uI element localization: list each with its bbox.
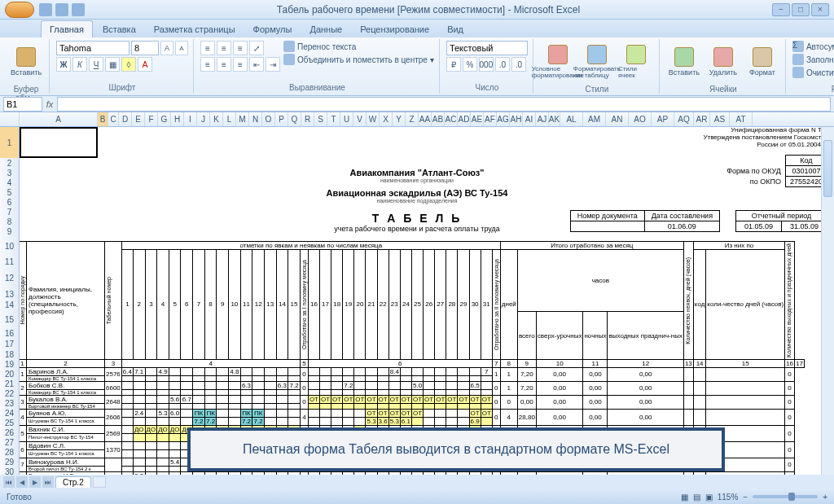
row-header-29[interactable]: 29 <box>0 457 20 467</box>
col-header-AI[interactable]: AI <box>523 112 536 126</box>
col-header-AR[interactable]: AR <box>694 112 710 126</box>
row-header-9[interactable]: 9 <box>0 226 20 236</box>
orientation-icon[interactable]: ⤢ <box>249 41 264 55</box>
italic-button[interactable]: К <box>72 57 87 72</box>
col-header-AG[interactable]: AG <box>497 112 510 126</box>
col-header-G[interactable]: G <box>158 112 171 126</box>
zoom-percent[interactable]: 115% <box>718 493 739 502</box>
decrease-decimal-icon[interactable]: .0 <box>511 57 526 72</box>
row-header-23[interactable]: 23 <box>0 398 20 408</box>
zoom-out-icon[interactable]: − <box>743 493 748 502</box>
col-header-H[interactable]: H <box>171 112 184 126</box>
col-header-K[interactable]: K <box>210 112 223 126</box>
qat-undo-icon[interactable] <box>55 3 68 16</box>
row-header-20[interactable]: 20 <box>0 369 20 379</box>
row-header-19[interactable]: 19 <box>0 359 20 369</box>
formula-bar[interactable] <box>57 97 831 112</box>
row-header-8[interactable]: 8 <box>0 217 20 226</box>
col-header-S[interactable]: S <box>314 112 327 126</box>
row-header-6[interactable]: 6 <box>0 197 20 207</box>
col-header-T[interactable]: T <box>327 112 340 126</box>
grid-body[interactable]: Унифицированная форма N Т-1 Утверждена п… <box>0 127 834 475</box>
border-button[interactable]: ▦ <box>105 57 120 72</box>
row-header-1[interactable]: 1 <box>0 127 20 158</box>
col-header-W[interactable]: W <box>367 112 380 126</box>
align-top-icon[interactable]: ≡ <box>200 41 215 55</box>
col-header-AE[interactable]: AE <box>471 112 484 126</box>
conditional-formatting-button[interactable]: Условное форматирование <box>540 41 576 83</box>
close-button[interactable]: × <box>811 3 829 16</box>
row-header-18[interactable]: 18 <box>0 349 20 359</box>
delete-cells-button[interactable]: Удалить <box>705 41 741 83</box>
col-header-Z[interactable]: Z <box>406 112 419 126</box>
col-header-AL[interactable]: AL <box>560 112 583 126</box>
row-header-14[interactable]: 14 <box>0 300 20 310</box>
align-bottom-icon[interactable]: ≡ <box>233 41 248 55</box>
col-header-AB[interactable]: AB <box>432 112 445 126</box>
grow-font-icon[interactable]: A <box>160 41 173 55</box>
align-center-icon[interactable]: ≡ <box>217 57 231 72</box>
fx-icon[interactable]: fx <box>42 97 57 112</box>
clear-button[interactable]: Очистить ▾ <box>792 67 834 78</box>
paste-button[interactable]: Вставить <box>8 41 44 83</box>
col-header-AM[interactable]: AM <box>583 112 606 126</box>
comma-icon[interactable]: 000 <box>479 57 494 72</box>
qat-redo-icon[interactable] <box>72 3 85 16</box>
indent-dec-icon[interactable]: ⇤ <box>249 57 264 72</box>
col-header-D[interactable]: D <box>119 112 132 126</box>
row-header-17[interactable]: 17 <box>0 339 20 349</box>
row-header-21[interactable]: 21 <box>0 379 20 388</box>
row-header-15[interactable]: 15 <box>0 310 20 328</box>
col-header-J[interactable]: J <box>197 112 210 126</box>
underline-button[interactable]: Ч <box>89 57 103 72</box>
col-header-AT[interactable]: AT <box>730 112 753 126</box>
col-header-AP[interactable]: AP <box>652 112 674 126</box>
office-button[interactable] <box>5 2 34 18</box>
col-header-Y[interactable]: Y <box>393 112 406 126</box>
col-header-A[interactable]: A <box>20 112 98 126</box>
ribbon-tab-Вид[interactable]: Вид <box>439 21 472 37</box>
col-header-M[interactable]: M <box>236 112 249 126</box>
view-layout-icon[interactable]: ▤ <box>693 493 700 502</box>
number-format-dropdown[interactable]: Текстовый <box>446 41 528 55</box>
col-header-AN[interactable]: AN <box>606 112 629 126</box>
qat-save-icon[interactable] <box>39 3 52 16</box>
align-right-icon[interactable]: ≡ <box>233 57 248 72</box>
row-header-25[interactable]: 25 <box>0 418 20 427</box>
row-header-3[interactable]: 3 <box>0 168 20 177</box>
font-color-button[interactable]: A <box>138 57 152 72</box>
row-header-12[interactable]: 12 <box>0 267 20 289</box>
row-header-11[interactable]: 11 <box>0 256 20 267</box>
zoom-in-icon[interactable]: + <box>823 493 827 502</box>
bold-button[interactable]: Ж <box>56 57 71 72</box>
font-size-dropdown[interactable]: 8 <box>131 41 159 55</box>
col-header-Q[interactable]: Q <box>288 112 301 126</box>
view-normal-icon[interactable]: ▦ <box>681 493 688 502</box>
wrap-text-button[interactable]: Перенос текста <box>283 41 434 52</box>
col-header-AQ[interactable]: AQ <box>674 112 694 126</box>
col-header-E[interactable]: E <box>132 112 145 126</box>
percent-icon[interactable]: % <box>463 57 477 72</box>
view-break-icon[interactable]: ▣ <box>705 493 713 502</box>
row-header-27[interactable]: 27 <box>0 437 20 447</box>
currency-icon[interactable]: ₽ <box>446 57 461 72</box>
cell-styles-button[interactable]: Стили ячеек <box>618 41 654 83</box>
fill-color-button[interactable]: ◊ <box>121 57 136 72</box>
col-header-AF[interactable]: AF <box>484 112 497 126</box>
col-header-AD[interactable]: AD <box>458 112 471 126</box>
sheet-nav-last-icon[interactable]: ⏭ <box>42 476 54 488</box>
row-header-13[interactable]: 13 <box>0 289 20 300</box>
fill-button[interactable]: Заполнить ▾ <box>792 54 834 65</box>
row-header-22[interactable]: 22 <box>0 388 20 398</box>
format-cells-button[interactable]: Формат <box>744 41 780 83</box>
sheet-nav-first-icon[interactable]: ⏮ <box>3 476 15 488</box>
row-header-5[interactable]: 5 <box>0 187 20 197</box>
sheet-nav-next-icon[interactable]: ▶ <box>29 476 41 488</box>
ribbon-tab-Формулы[interactable]: Формулы <box>245 21 301 37</box>
row-header-24[interactable]: 24 <box>0 408 20 418</box>
col-header-F[interactable]: F <box>145 112 158 126</box>
align-middle-icon[interactable]: ≡ <box>217 41 231 55</box>
vertical-scrollbar[interactable] <box>821 127 834 475</box>
col-header-AS[interactable]: AS <box>710 112 730 126</box>
maximize-button[interactable]: □ <box>792 3 810 16</box>
